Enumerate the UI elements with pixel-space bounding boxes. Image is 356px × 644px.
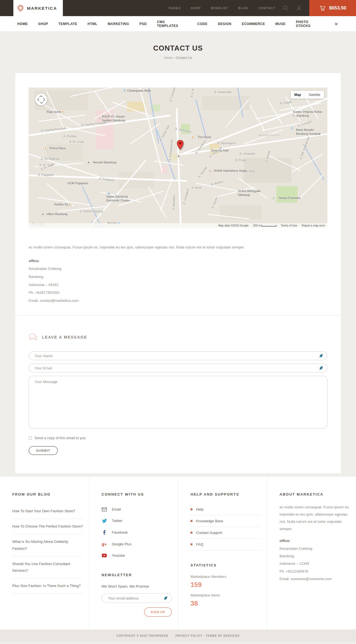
search-icon[interactable] <box>283 0 289 16</box>
help-label: Help <box>196 507 204 511</box>
send-copy-checkbox[interactable] <box>29 436 32 439</box>
help-label: Contact Support <box>196 531 222 535</box>
map-data-credit: Map data ©2015 Google <box>218 224 249 227</box>
footer-help-column: HELP AND SUPPORTS Help Knowladge Base Co… <box>178 477 267 630</box>
twitter-icon <box>102 519 107 523</box>
pan-down-icon[interactable]: ❮ <box>39 101 43 104</box>
send-copy-row: Send a copy of this email to you <box>29 436 327 440</box>
breadcrumb-current: Contact Us <box>176 56 192 60</box>
satellite-button[interactable]: Satellite <box>305 91 324 99</box>
footer-connect-column: CONNECT WITH US Email Twitter Facebook g… <box>89 477 178 630</box>
office-line: Indonesia – 49182 <box>29 281 327 289</box>
copyright-text: COPYRIGHT © 2015 TOKOPRESS <box>117 634 168 637</box>
map-scale-label: 200 m <box>253 224 261 227</box>
email-field-wrap <box>29 364 327 372</box>
legal-links[interactable]: PRIVACY POLICY . TERMS OF SERVICES <box>175 634 240 637</box>
menu-code[interactable]: CODE <box>197 22 207 26</box>
map-poi-icon <box>107 192 111 195</box>
statistics-heading: STATISTICS <box>191 563 261 567</box>
stat-value: 159 <box>191 581 261 589</box>
social-link-email[interactable]: Email <box>102 504 172 515</box>
square-bullet-icon <box>191 532 192 534</box>
newsletter-email-input[interactable] <box>102 593 172 603</box>
blog-heading: FROM OUR BLOG <box>12 492 83 496</box>
map-pan-control[interactable]: ❮ ❮ ❮ ❯ <box>35 94 47 105</box>
help-link[interactable]: Help <box>191 504 261 515</box>
breadcrumb: Home › Contact Us <box>0 56 356 60</box>
breadcrumb-home[interactable]: Home <box>164 56 173 60</box>
nav-shop[interactable]: SHOP <box>191 6 201 10</box>
report-map-error-link[interactable]: Report a map error <box>302 224 325 227</box>
blog-link[interactable]: What is So Alluring About Celebrity Fash… <box>12 534 83 556</box>
office-line: Bandung. <box>280 552 350 560</box>
menu-shop[interactable]: SHOP <box>38 22 48 26</box>
stat-label: Marketplace Items <box>191 593 261 597</box>
map-poi-icon <box>44 146 47 150</box>
sign-up-button[interactable]: SIGN UP <box>144 607 172 617</box>
nav-wishlist[interactable]: WISHLIST <box>211 6 228 10</box>
contact-intro: ec mollis lorem consequat. Fusce ipsum e… <box>29 245 327 250</box>
square-bullet-icon <box>191 508 192 510</box>
menu-psd[interactable]: PSD <box>139 22 147 26</box>
map-scalebar <box>261 225 276 227</box>
menu-marketing[interactable]: MARKETING <box>108 22 129 26</box>
map-poi-icon <box>61 110 65 114</box>
user-icon[interactable] <box>296 0 302 16</box>
menu-design[interactable]: DESIGN <box>218 22 231 26</box>
office-line: Ph. +6212345678 <box>280 568 350 575</box>
newsletter-heading: NEWSLETTER <box>102 573 172 577</box>
terms-of-use-link[interactable]: Terms of Use <box>281 224 297 227</box>
help-link[interactable]: FAQ <box>191 539 261 550</box>
pan-right-icon[interactable]: ❯ <box>43 98 45 101</box>
social-label: Google Plus <box>112 542 132 546</box>
email-icon <box>102 508 107 511</box>
social-label: Youtube <box>112 553 125 558</box>
pan-left-icon[interactable]: ❮ <box>37 98 39 101</box>
office-line: Kecamatan Coblong <box>29 265 327 273</box>
name-field-wrap <box>29 351 327 360</box>
help-link[interactable]: Contact Support <box>191 527 261 539</box>
office-label: office: <box>280 537 350 544</box>
blog-link[interactable]: How To Choose The Perfect Fashion Store? <box>12 519 83 534</box>
submit-button[interactable]: SUBMIT <box>29 446 58 455</box>
menu-ecommerce[interactable]: ECOMMERCE <box>242 22 265 26</box>
menu-photo-stocks[interactable]: PHOTO STOCKS <box>296 20 324 28</box>
top-header: MARKETICA PAGES SHOP WISHLIST BLOG CONTA… <box>0 0 356 16</box>
blog-link[interactable]: Should You Use Fashion Consultant Servic… <box>12 556 83 578</box>
email-input[interactable] <box>29 364 327 372</box>
menu-cms-templates[interactable]: CMS TEMPLATES <box>157 20 187 28</box>
map-poi-icon <box>177 154 181 158</box>
logo[interactable]: MARKETICA <box>13 0 63 16</box>
social-label: Twitter <box>112 519 122 523</box>
nav-pages[interactable]: PAGES <box>169 6 181 10</box>
social-link-youtube[interactable]: Youtube <box>102 550 172 561</box>
content-card: Cihampelas WalkJl. HasanudinJl. Ir. H. D… <box>15 73 341 473</box>
page-header: CONTACT US Home › Contact Us <box>0 32 356 73</box>
blog-link[interactable]: Plus Size Fashion: Is There Such a Thing… <box>12 578 83 594</box>
cart-button[interactable]: $653.50 <box>309 0 356 16</box>
send-copy-label: Send a copy of this email to you <box>34 436 86 440</box>
help-link[interactable]: Knowladge Base <box>191 515 261 527</box>
nav-contact[interactable]: CONTACT <box>258 6 275 10</box>
menu-html[interactable]: HTML <box>88 22 97 26</box>
message-textarea[interactable] <box>29 376 327 429</box>
office-line: Bandung. <box>29 273 327 281</box>
name-input[interactable] <box>29 351 327 360</box>
menu-muse[interactable]: MUSE <box>275 22 286 26</box>
chevron-double-down-icon[interactable] <box>334 22 338 26</box>
map-poi-icon: H <box>98 116 102 120</box>
map-canvas[interactable]: Cihampelas WalkJl. HasanudinJl. Ir. H. D… <box>29 88 327 228</box>
map-poi-icon: H <box>209 169 212 173</box>
map-button[interactable]: Map <box>291 91 305 99</box>
social-label: Email <box>112 507 121 511</box>
nav-blog[interactable]: BLOG <box>238 6 248 10</box>
main-menu: HOME SHOP TEMPLATE HTML MARKETING PSD CM… <box>0 16 356 32</box>
social-link-facebook[interactable]: Facebook <box>102 526 172 538</box>
pan-up-icon[interactable]: ❮ <box>39 95 43 98</box>
social-link-twitter[interactable]: Twitter <box>102 515 172 526</box>
menu-home[interactable]: HOME <box>17 22 28 26</box>
menu-template[interactable]: TEMPLATE <box>58 22 77 26</box>
social-link-google-plus[interactable]: g+ Google Plus <box>102 538 172 550</box>
pen-icon <box>163 596 167 601</box>
blog-link[interactable]: How To Start Your Own Fashion Store? <box>12 504 83 519</box>
